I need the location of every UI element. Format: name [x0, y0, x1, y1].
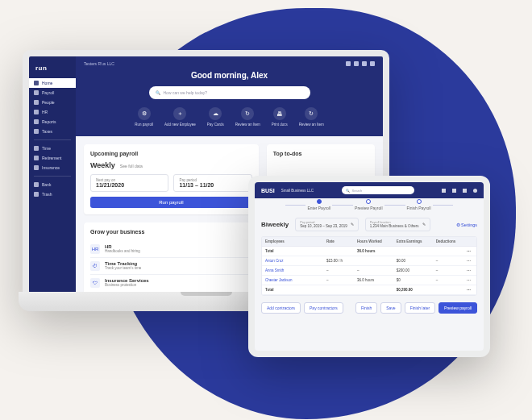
table-cell: 36.0 hours: [354, 247, 393, 256]
sidebar-item-taxes[interactable]: Taxes: [29, 127, 76, 136]
quick-action-icon: ↻: [305, 107, 318, 120]
table-cell: [354, 285, 393, 295]
column-header[interactable]: Hours Worked: [354, 237, 393, 247]
time-icon: [34, 146, 39, 151]
footer-button[interactable]: Add contractors: [261, 302, 301, 314]
sidebar-item-home[interactable]: Home: [29, 78, 76, 88]
home-icon: [34, 81, 39, 85]
bell-icon[interactable]: [452, 189, 456, 193]
date-box[interactable]: Pay period11/13 – 11/20: [173, 174, 251, 192]
table-cell[interactable]: Anton Cruz: [262, 256, 323, 266]
footer-button[interactable]: Finish: [355, 302, 377, 314]
row-menu-icon[interactable]: ⋯: [463, 266, 476, 276]
table-cell: [433, 285, 463, 295]
payroll-sublink[interactable]: See full data: [120, 164, 143, 168]
column-header[interactable]: Employees: [262, 237, 323, 247]
pay-period-field[interactable]: Pay period Sep 10, 2019 – Sep 23, 2019 ✎: [295, 218, 359, 231]
sidebar-item-payroll[interactable]: Payroll: [29, 88, 76, 98]
table-cell: –: [323, 276, 354, 285]
sidebar-item-retirement[interactable]: Retirement: [29, 153, 76, 163]
table-cell: $0: [393, 276, 433, 285]
table-row: Total$0,290.90⋯: [262, 285, 476, 295]
table-cell: [323, 285, 354, 295]
footer-button[interactable]: Finish later: [405, 302, 435, 314]
quick-action-icon: ＋: [173, 107, 186, 120]
sidebar-item-insurance[interactable]: Insurance: [29, 163, 76, 173]
pencil-icon[interactable]: ✎: [422, 222, 426, 227]
sidebar-item-trash[interactable]: Trash: [29, 189, 76, 199]
step-dot-icon: [417, 199, 422, 204]
payroll-icon: [34, 90, 39, 95]
column-header[interactable]: [463, 237, 476, 247]
location-field[interactable]: Payroll location 1,234 Main Business & O…: [365, 218, 430, 231]
header-icon-group: [346, 61, 375, 66]
footer-button[interactable]: Pay contractors: [304, 302, 343, 314]
sidebar-item-people[interactable]: People: [29, 98, 76, 107]
card-heading: Upcoming payroll: [90, 151, 252, 156]
run-payroll-button[interactable]: Run payroll: [90, 197, 252, 208]
bank-icon: [34, 182, 39, 187]
column-header[interactable]: Extra Earnings: [393, 237, 433, 247]
column-header[interactable]: Deductions: [433, 237, 463, 247]
sidebar: run HomePayrollPeopleHRReportsTaxes Time…: [29, 56, 76, 292]
row-menu-icon[interactable]: ⋯: [463, 285, 476, 295]
quick-action-icon: ☁: [209, 107, 222, 120]
quick-action[interactable]: ↻Review an Item: [235, 107, 260, 127]
quick-action[interactable]: ⚙Run payroll: [135, 107, 153, 127]
hr-icon: [34, 110, 39, 114]
date-box[interactable]: Next pay on11/21/2020: [90, 174, 168, 192]
quick-action[interactable]: 🖶Print docs: [272, 107, 288, 127]
table-cell: –: [433, 266, 463, 276]
insurance-icon: [34, 165, 39, 170]
row-menu-icon[interactable]: ⋯: [463, 256, 476, 266]
step-enter-payroll[interactable]: Enter Payroll: [305, 199, 332, 210]
table-cell: –: [433, 256, 463, 266]
help-icon[interactable]: [463, 189, 467, 193]
row-menu-icon[interactable]: ⋯: [463, 276, 476, 285]
table-cell: $0.00: [393, 256, 433, 266]
grid-icon[interactable]: [442, 189, 446, 193]
footer-button[interactable]: Save: [380, 302, 401, 314]
schedule-title: Biweekly: [261, 221, 289, 228]
profile-icon[interactable]: [370, 61, 375, 66]
app-logo: BUSI: [261, 188, 275, 193]
preview-payroll-button[interactable]: Preview payroll: [438, 302, 477, 314]
quick-action[interactable]: ＋Add new Employee: [164, 107, 196, 127]
table-cell[interactable]: Anna Smith: [262, 266, 323, 276]
grow-item-icon: 🛡: [90, 278, 100, 288]
column-header[interactable]: Rate: [323, 237, 354, 247]
payroll-steps: Enter PayrollPreview PayrollFinish Payro…: [261, 199, 477, 210]
step-finish-payroll[interactable]: Finish Payroll: [405, 199, 433, 210]
card-heading: Top to-dos: [273, 151, 368, 156]
quick-action-icon: ⚙: [138, 107, 151, 120]
step-preview-payroll[interactable]: Preview Payroll: [353, 199, 384, 210]
table-cell: 36.0 hours: [354, 276, 393, 285]
tablet-header: BUSI Small Business LLC 🔍 Search: [255, 182, 484, 198]
company-context[interactable]: Testers R'us LLC: [84, 61, 114, 66]
help-icon[interactable]: [346, 61, 351, 66]
sidebar-item-bank[interactable]: Bank: [29, 180, 76, 189]
table-cell[interactable]: Chester Jackson: [262, 276, 323, 285]
step-dot-icon: [366, 199, 371, 204]
search-icon: 🔍: [346, 189, 350, 193]
table-cell: [433, 247, 463, 256]
sidebar-item-reports[interactable]: Reports: [29, 117, 76, 127]
notifications-icon[interactable]: [354, 61, 359, 66]
settings-icon[interactable]: [362, 61, 367, 66]
profile-icon[interactable]: [473, 189, 477, 193]
row-menu-icon[interactable]: ⋯: [463, 247, 476, 256]
search-input[interactable]: 🔍 How can we help today?: [149, 86, 310, 99]
pencil-icon[interactable]: ✎: [351, 222, 354, 227]
search-input[interactable]: 🔍 Search: [342, 186, 414, 194]
people-icon: [34, 100, 39, 105]
sidebar-item-time[interactable]: Time: [29, 143, 76, 153]
quick-action[interactable]: ↻Review an Item: [299, 107, 324, 127]
company-context[interactable]: Small Business LLC: [281, 189, 314, 193]
sidebar-item-hr[interactable]: HR: [29, 107, 76, 117]
grow-item-icon: HR: [90, 244, 100, 254]
settings-icon[interactable]: ⚙ Settings: [456, 222, 477, 227]
quick-action[interactable]: ☁Pay Cards: [207, 107, 224, 127]
payroll-frequency: Weekly: [90, 161, 115, 169]
table-cell: –: [323, 266, 354, 276]
table-cell: [323, 247, 354, 256]
